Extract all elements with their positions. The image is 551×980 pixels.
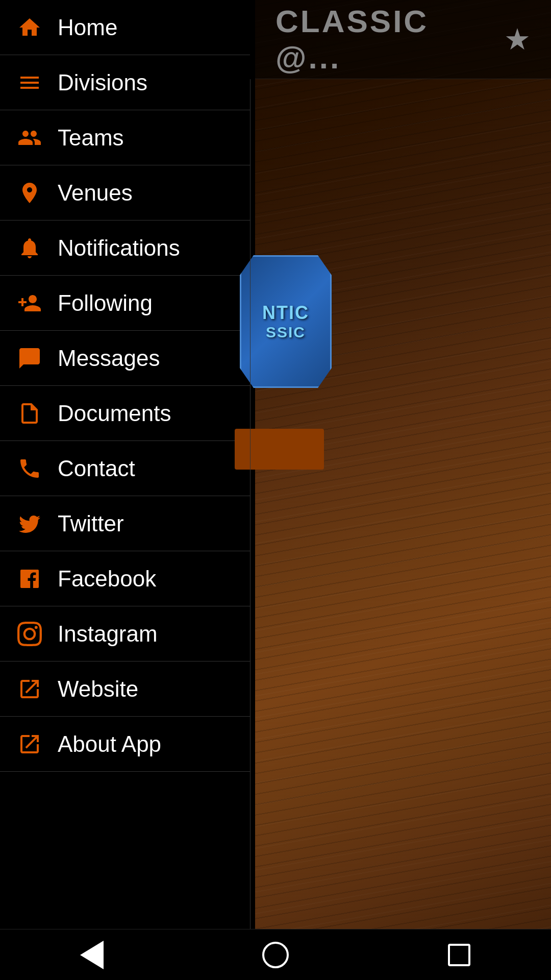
header-title: CLASSIC @...	[276, 3, 504, 76]
sidebar-item-about-app[interactable]: About App	[0, 717, 250, 772]
following-icon	[15, 289, 43, 317]
sidebar-item-website[interactable]: Website	[0, 662, 250, 717]
header: CLASSIC @... ★	[255, 0, 551, 79]
back-arrow-icon	[80, 941, 104, 969]
teams-icon	[15, 124, 43, 152]
logo-shape: NTIC SSIC	[240, 255, 332, 388]
facebook-icon	[15, 565, 43, 593]
divisions-icon	[15, 68, 43, 96]
orange-banner	[235, 429, 324, 470]
sidebar-item-twitter-label: Twitter	[58, 511, 124, 536]
sidebar-item-home[interactable]: Home	[0, 0, 250, 55]
sidebar-divider	[250, 79, 251, 980]
sidebar-item-divisions-label: Divisions	[58, 70, 147, 95]
sidebar-item-facebook-label: Facebook	[58, 566, 156, 592]
website-icon	[15, 675, 43, 703]
android-nav-bar	[0, 929, 551, 980]
venues-icon	[15, 179, 43, 207]
sidebar-item-messages[interactable]: Messages	[0, 331, 250, 386]
contact-icon	[15, 454, 43, 482]
sidebar-item-venues[interactable]: Venues	[0, 165, 250, 220]
sidebar-item-notifications[interactable]: Notifications	[0, 220, 250, 276]
sidebar-item-teams-label: Teams	[58, 125, 124, 151]
home-circle-icon	[262, 942, 289, 968]
nav-recent-button[interactable]	[441, 937, 477, 973]
nav-back-button[interactable]	[74, 937, 110, 973]
notifications-icon	[15, 234, 43, 262]
sidebar-item-documents[interactable]: Documents	[0, 386, 250, 441]
sidebar-item-divisions[interactable]: Divisions	[0, 55, 250, 110]
sidebar-item-documents-label: Documents	[58, 401, 171, 426]
court-background	[255, 0, 551, 980]
home-icon	[15, 13, 43, 41]
sidebar-item-following[interactable]: Following	[0, 276, 250, 331]
sidebar-item-notifications-label: Notifications	[58, 235, 180, 261]
sidebar-item-following-label: Following	[58, 290, 153, 316]
sidebar-item-home-label: Home	[58, 15, 117, 40]
sidebar-item-twitter[interactable]: Twitter	[0, 496, 250, 551]
logo-text-bottom: SSIC	[266, 324, 306, 341]
logo-text-top: NTIC	[262, 302, 309, 324]
messages-icon	[15, 344, 43, 372]
sidebar-item-venues-label: Venues	[58, 180, 133, 206]
sidebar-item-contact-label: Contact	[58, 456, 135, 481]
sidebar-item-instagram-label: Instagram	[58, 621, 158, 647]
twitter-icon	[15, 509, 43, 537]
nav-home-button[interactable]	[258, 937, 293, 973]
instagram-icon	[15, 620, 43, 648]
sidebar-item-contact[interactable]: Contact	[0, 441, 250, 496]
sidebar: Home Divisions Teams Venues	[0, 0, 250, 980]
sidebar-item-teams[interactable]: Teams	[0, 110, 250, 165]
sidebar-item-website-label: Website	[58, 676, 138, 702]
recent-square-icon	[448, 944, 470, 966]
favorite-star-icon[interactable]: ★	[504, 22, 531, 57]
sidebar-item-messages-label: Messages	[58, 346, 160, 371]
sidebar-item-about-app-label: About App	[58, 731, 161, 757]
sidebar-item-instagram[interactable]: Instagram	[0, 606, 250, 662]
documents-icon	[15, 399, 43, 427]
about-icon	[15, 730, 43, 758]
sidebar-item-facebook[interactable]: Facebook	[0, 551, 250, 606]
